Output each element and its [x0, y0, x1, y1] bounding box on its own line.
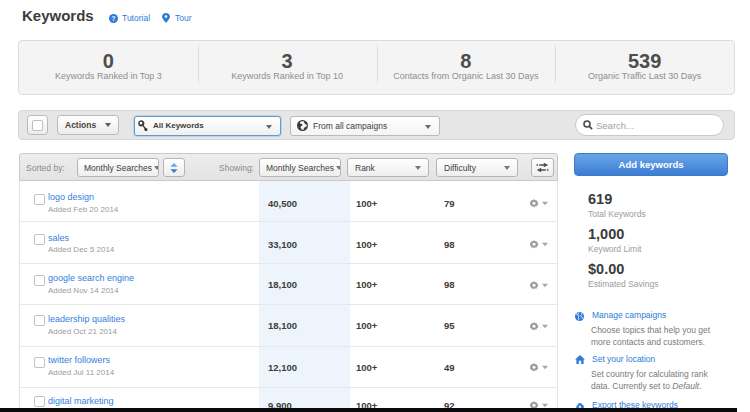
svg-text:?: ? [112, 15, 116, 22]
